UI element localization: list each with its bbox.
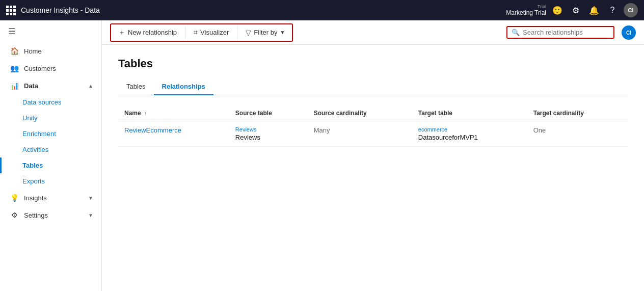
col-target-table: Target table — [412, 105, 527, 121]
cell-name: ReviewEcommerce — [118, 121, 229, 147]
sidebar: ☰ 🏠 Home 👥 Customers 📊 Data ▲ Data sourc… — [0, 20, 102, 291]
visualizer-icon: ⌗ — [194, 28, 198, 37]
smiley-icon[interactable]: 🙂 — [550, 3, 565, 17]
visualizer-button[interactable]: ⌗ Visualizer — [190, 26, 233, 39]
toolbar: ＋ New relationship ⌗ Visualizer ▽ Filter… — [102, 20, 644, 45]
new-relationship-button[interactable]: ＋ New relationship — [114, 26, 181, 39]
search-input[interactable] — [523, 29, 609, 36]
sidebar-item-data[interactable]: 📊 Data ▲ — [0, 77, 101, 94]
sidebar-subitem-label: Unify — [22, 114, 38, 122]
visualizer-label: Visualizer — [200, 29, 229, 36]
target-table-main: DatasourceforMVP1 — [418, 134, 521, 141]
cell-source-table: Reviews Reviews — [229, 121, 308, 147]
sidebar-item-label: Data — [24, 82, 38, 90]
table-row: ReviewEcommerce Reviews Reviews Many eco… — [118, 121, 628, 147]
trial-name: Marketing Trial — [506, 9, 546, 16]
sidebar-item-label: Settings — [24, 211, 48, 219]
sidebar-item-tables[interactable]: Tables — [0, 157, 101, 173]
sort-asc-icon: ↑ — [144, 111, 147, 116]
sidebar-subitem-label: Exports — [22, 177, 45, 185]
source-table-sub: Reviews — [235, 126, 302, 133]
tab-tables[interactable]: Tables — [118, 78, 154, 95]
table-header: Name ↑ Source table Source cardinality T… — [118, 105, 628, 121]
bell-icon[interactable]: 🔔 — [587, 3, 601, 17]
plus-icon: ＋ — [118, 28, 125, 37]
sidebar-item-exports[interactable]: Exports — [0, 173, 101, 189]
tab-relationships[interactable]: Relationships — [154, 78, 213, 95]
app-launcher-icon[interactable] — [6, 6, 16, 15]
search-box[interactable]: 🔍 — [506, 26, 614, 39]
relationships-table: Name ↑ Source table Source cardinality T… — [118, 105, 628, 147]
sidebar-subitem-label: Tables — [22, 162, 43, 169]
topbar-right: Trial Marketing Trial 🙂 ⚙ 🔔 ? CI — [506, 3, 638, 17]
help-icon[interactable]: ? — [605, 3, 620, 17]
col-source-table: Source table — [229, 105, 308, 121]
page-content: Tables Tables Relationships Name ↑ — [102, 45, 644, 291]
toolbar-separator-2 — [237, 27, 237, 39]
col-target-cardinality: Target cardinality — [527, 105, 628, 121]
sidebar-subitem-label: Data sources — [22, 98, 62, 106]
relationship-name-link[interactable]: ReviewEcommerce — [124, 126, 181, 134]
topbar: Customer Insights - Data Trial Marketing… — [0, 0, 644, 20]
data-chevron-icon: ▲ — [88, 83, 93, 89]
new-relationship-label: New relationship — [128, 29, 177, 36]
cell-target-table: ecommerce DatasourceforMVP1 — [412, 121, 527, 147]
sidebar-item-home[interactable]: 🏠 Home — [0, 42, 101, 60]
source-cardinality-value: Many — [314, 126, 330, 134]
trial-label: Trial — [538, 4, 546, 9]
sidebar-item-enrichment[interactable]: Enrichment — [0, 126, 101, 142]
insights-icon: 💡 — [10, 194, 19, 202]
avatar[interactable]: CI — [624, 3, 638, 17]
filter-icon: ▽ — [246, 29, 251, 37]
filter-by-button[interactable]: ▽ Filter by ▼ — [242, 27, 289, 39]
settings-icon[interactable]: ⚙ — [569, 3, 583, 17]
target-table-sub: ecommerce — [418, 126, 521, 133]
page-title: Tables — [118, 57, 628, 70]
table-body: ReviewEcommerce Reviews Reviews Many eco… — [118, 121, 628, 147]
filter-by-label: Filter by — [254, 29, 277, 36]
filter-chevron-icon: ▼ — [280, 30, 285, 35]
sidebar-item-data-sources[interactable]: Data sources — [0, 94, 101, 110]
sidebar-item-label: Customers — [24, 65, 56, 72]
content-area: ＋ New relationship ⌗ Visualizer ▽ Filter… — [102, 20, 644, 291]
sidebar-subitem-label: Enrichment — [22, 130, 56, 138]
sidebar-item-settings[interactable]: ⚙ Settings ▼ — [0, 206, 101, 224]
main-layout: ☰ 🏠 Home 👥 Customers 📊 Data ▲ Data sourc… — [0, 20, 644, 291]
sidebar-item-customers[interactable]: 👥 Customers — [0, 60, 101, 77]
insights-chevron-icon: ▼ — [88, 195, 93, 201]
col-name: Name ↑ — [118, 105, 229, 121]
home-icon: 🏠 — [10, 47, 19, 55]
settings-nav-icon: ⚙ — [10, 211, 19, 219]
trial-info: Trial Marketing Trial — [506, 4, 546, 16]
customers-icon: 👥 — [10, 64, 19, 72]
sidebar-item-activities[interactable]: Activities — [0, 142, 101, 157]
col-source-cardinality: Source cardinality — [308, 105, 412, 121]
sidebar-subitem-label: Activities — [22, 146, 48, 153]
data-subitems: Data sources Unify Enrichment Activities… — [0, 94, 101, 189]
ci-logo: CI — [622, 25, 636, 40]
app-title: Customer Insights - Data — [21, 6, 100, 14]
search-icon: 🔍 — [512, 29, 520, 36]
svg-text:CI: CI — [626, 30, 631, 36]
cell-source-cardinality: Many — [308, 121, 412, 147]
sidebar-toggle[interactable]: ☰ — [0, 20, 101, 42]
target-cardinality-value: One — [533, 126, 546, 134]
data-icon: 📊 — [10, 82, 19, 90]
sidebar-item-unify[interactable]: Unify — [0, 110, 101, 126]
toolbar-separator-1 — [185, 27, 185, 39]
sidebar-item-label: Insights — [24, 194, 47, 202]
sidebar-item-insights[interactable]: 💡 Insights ▼ — [0, 189, 101, 206]
topbar-left: Customer Insights - Data — [6, 6, 100, 15]
source-table-main: Reviews — [235, 134, 302, 141]
cell-target-cardinality: One — [527, 121, 628, 147]
sidebar-item-label: Home — [24, 47, 42, 55]
settings-chevron-icon: ▼ — [88, 213, 93, 218]
tabs: Tables Relationships — [118, 78, 628, 95]
toolbar-actions-group: ＋ New relationship ⌗ Visualizer ▽ Filter… — [110, 23, 293, 42]
